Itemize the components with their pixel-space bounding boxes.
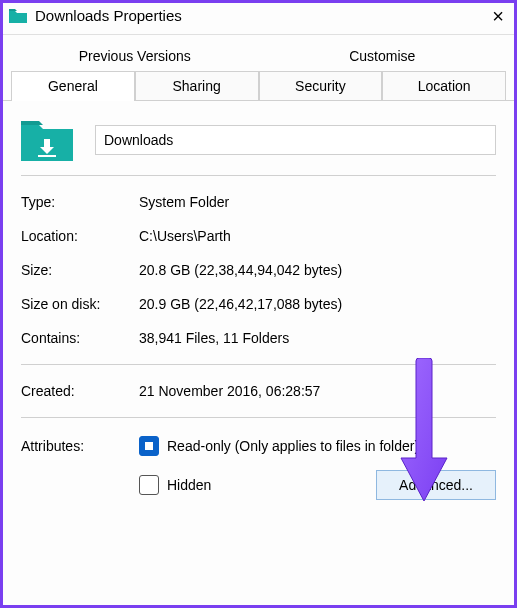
tabs: Previous Versions Customise General Shar… [3, 35, 514, 101]
properties-window: Downloads Properties × Previous Versions… [0, 0, 517, 608]
contains-value: 38,941 Files, 11 Folders [139, 330, 496, 346]
folder-icon [9, 9, 27, 23]
downloads-folder-icon [21, 119, 73, 161]
size-on-disk-value: 20.9 GB (22,46,42,17,088 bytes) [139, 296, 496, 312]
tab-previous-versions[interactable]: Previous Versions [11, 41, 259, 71]
readonly-label: Read-only (Only applies to files in fold… [167, 438, 419, 454]
hidden-checkbox[interactable] [139, 475, 159, 495]
hidden-label: Hidden [167, 477, 211, 493]
tab-sharing[interactable]: Sharing [135, 71, 259, 101]
window-title: Downloads Properties [35, 7, 182, 24]
separator [21, 417, 496, 418]
readonly-checkbox[interactable] [139, 436, 159, 456]
tab-customise[interactable]: Customise [259, 41, 507, 71]
general-panel: Type: System Folder Location: C:\Users\P… [3, 100, 514, 500]
contains-label: Contains: [21, 330, 139, 346]
tab-security[interactable]: Security [259, 71, 383, 101]
attributes-label: Attributes: [21, 438, 139, 454]
separator [21, 175, 496, 176]
size-value: 20.8 GB (22,38,44,94,042 bytes) [139, 262, 496, 278]
folder-name-input[interactable] [95, 125, 496, 155]
titlebar: Downloads Properties × [3, 3, 514, 35]
svg-rect-1 [38, 155, 56, 157]
close-icon[interactable]: × [488, 8, 508, 24]
size-on-disk-label: Size on disk: [21, 296, 139, 312]
size-label: Size: [21, 262, 139, 278]
separator [21, 364, 496, 365]
tab-location[interactable]: Location [382, 71, 506, 101]
tab-general[interactable]: General [11, 71, 135, 101]
created-label: Created: [21, 383, 139, 399]
type-label: Type: [21, 194, 139, 210]
type-value: System Folder [139, 194, 496, 210]
location-label: Location: [21, 228, 139, 244]
created-value: 21 November 2016, 06:28:57 [139, 383, 496, 399]
location-value: C:\Users\Parth [139, 228, 496, 244]
advanced-button[interactable]: Advanced... [376, 470, 496, 500]
svg-rect-0 [44, 139, 50, 148]
